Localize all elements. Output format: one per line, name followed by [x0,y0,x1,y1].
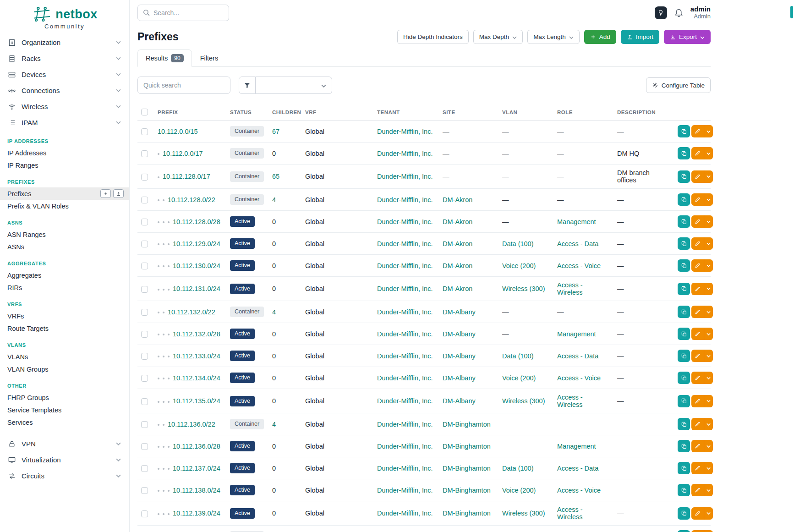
edit-button[interactable] [691,125,704,137]
sidebar-item-devices[interactable]: Devices [0,66,129,82]
edit-button[interactable] [691,462,704,474]
site-link[interactable]: DM-Albany [443,352,476,360]
row-checkbox[interactable] [141,128,148,135]
row-checkbox[interactable] [141,398,148,405]
edit-dropdown-button[interactable] [704,193,713,206]
sidebar-item-ipam[interactable]: IPAM [0,115,129,131]
copy-button[interactable] [678,440,690,452]
edit-button[interactable] [691,418,704,430]
tab-results[interactable]: Results 90 [137,49,192,67]
notifications-button[interactable] [674,8,684,17]
vlan-link[interactable]: Wireless (300) [502,285,545,292]
site-link[interactable]: DM-Akron [443,218,472,225]
role-link[interactable]: Access - Voice [557,487,601,494]
row-checkbox[interactable] [141,510,148,517]
vlan-link[interactable]: Data (100) [502,352,534,360]
select-all-checkbox[interactable] [141,109,148,115]
copy-button[interactable] [678,350,690,362]
prefix-link[interactable]: 10.112.0.0/17 [163,150,203,157]
row-checkbox[interactable] [141,331,148,338]
row-checkbox[interactable] [141,309,148,316]
role-link[interactable]: Access - Data [557,352,598,360]
edit-dropdown-button[interactable] [704,395,713,407]
edit-dropdown-button[interactable] [704,462,713,474]
configure-table-button[interactable]: Configure Table [646,77,711,93]
row-checkbox[interactable] [141,219,148,225]
copy-button[interactable] [678,306,690,318]
edit-dropdown-button[interactable] [704,283,713,295]
column-header-tenant[interactable]: TENANT [373,104,439,121]
prefix-link[interactable]: 10.112.139.0/24 [173,510,220,517]
sidebar-item-organization[interactable]: Organization [0,34,129,50]
role-link[interactable]: Management [557,330,596,338]
prefix-link[interactable]: 10.112.130.0/24 [173,262,220,269]
prefix-link[interactable]: 10.112.136.0/28 [173,443,220,450]
sidebar-item-vrfs[interactable]: VRFs [0,310,129,322]
edit-dropdown-button[interactable] [704,484,713,496]
column-header-role[interactable]: ROLE [553,104,613,121]
user-menu[interactable]: admin Admin [690,5,711,20]
tenant-link[interactable]: Dunder-Mifflin, Inc. [377,173,433,180]
edit-dropdown-button[interactable] [704,530,713,532]
edit-dropdown-button[interactable] [704,350,713,362]
row-checkbox[interactable] [141,421,148,428]
sidebar-item-ip-ranges[interactable]: IP Ranges [0,159,129,171]
row-checkbox[interactable] [141,443,148,450]
global-search-input[interactable] [137,5,229,21]
vlan-link[interactable]: Voice (200) [502,262,536,269]
copy-button[interactable] [678,125,690,137]
tenant-link[interactable]: Dunder-Mifflin, Inc. [377,443,433,450]
tenant-link[interactable]: Dunder-Mifflin, Inc. [377,465,433,472]
role-link[interactable]: Access - Data [557,465,598,472]
import-button[interactable]: Import [621,30,659,44]
filter-button[interactable] [239,77,256,94]
sidebar-item-aggregates[interactable]: Aggregates [0,269,129,281]
row-checkbox[interactable] [141,487,148,494]
sidebar-add-button[interactable] [100,189,111,198]
copy-button[interactable] [678,147,690,159]
edit-button[interactable] [691,283,704,295]
hide-depth-indicators-button[interactable]: Hide Depth Indicators [397,30,469,44]
prefix-link[interactable]: 10.112.132.0/22 [168,308,215,316]
edit-dropdown-button[interactable] [704,418,713,430]
edit-button[interactable] [691,395,704,407]
tenant-link[interactable]: Dunder-Mifflin, Inc. [377,150,433,157]
tenant-link[interactable]: Dunder-Mifflin, Inc. [377,196,433,203]
edit-dropdown-button[interactable] [704,507,713,520]
edit-button[interactable] [691,484,704,496]
sidebar-item-vpn[interactable]: VPN [0,436,129,452]
edit-dropdown-button[interactable] [704,237,713,250]
prefix-link[interactable]: 10.112.138.0/24 [173,487,220,494]
edit-button[interactable] [691,193,704,206]
prefix-link[interactable]: 10.112.134.0/24 [173,374,220,382]
prefix-link[interactable]: 10.112.128.0/17 [163,173,210,180]
edit-button[interactable] [691,530,704,532]
children-link[interactable]: 4 [272,308,276,316]
prefix-link[interactable]: 10.112.128.0/22 [168,196,215,203]
children-link[interactable]: 4 [272,421,276,428]
sidebar-item-route-targets[interactable]: Route Targets [0,322,129,335]
row-checkbox[interactable] [141,375,148,382]
prefix-link[interactable]: 10.112.0.0/15 [158,128,198,135]
copy-button[interactable] [678,462,690,474]
role-link[interactable]: Access - Wireless [557,394,583,408]
column-header-children[interactable]: CHILDREN [268,104,301,121]
edit-dropdown-button[interactable] [704,328,713,340]
site-link[interactable]: DM-Akron [443,262,472,269]
prefix-link[interactable]: 10.112.133.0/24 [173,352,220,360]
site-link[interactable]: DM-Binghamton [443,443,491,450]
site-link[interactable]: DM-Binghamton [443,510,491,517]
edit-dropdown-button[interactable] [704,215,713,228]
role-link[interactable]: Management [557,443,596,450]
tenant-link[interactable]: Dunder-Mifflin, Inc. [377,128,433,135]
column-header-prefix[interactable]: PREFIX [154,104,226,121]
edit-dropdown-button[interactable] [704,147,713,159]
sidebar-item-rirs[interactable]: RIRs [0,281,129,294]
tenant-link[interactable]: Dunder-Mifflin, Inc. [377,374,433,382]
site-link[interactable]: DM-Binghamton [443,487,491,494]
export-dropdown-button[interactable]: Export [664,30,711,44]
copy-button[interactable] [678,283,690,295]
row-checkbox[interactable] [141,150,148,157]
prefix-link[interactable]: 10.112.135.0/24 [173,397,220,405]
edit-button[interactable] [691,350,704,362]
